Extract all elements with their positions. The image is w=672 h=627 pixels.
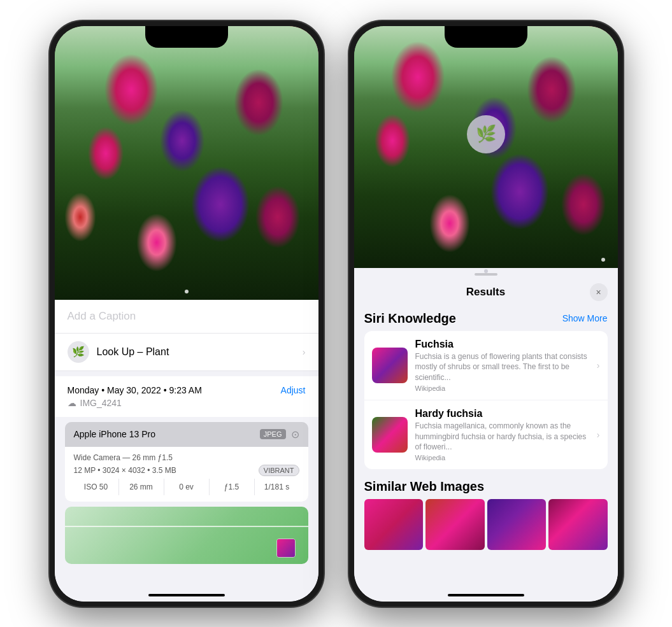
similar-images-row [364,499,608,550]
lookup-text: Look Up – Plant [97,346,169,358]
siri-dot [484,269,488,273]
phone-1: Add a Caption 🌿 Look Up – Plant › [50,21,324,607]
phone2-screen: 🌿 Results × [354,26,618,602]
hardy-text: Hardy fuchsia Fuchsia magellanica, commo… [415,408,589,461]
hardy-desc: Fuchsia magellanica, commonly known as t… [415,421,589,453]
camera-detail-1: Wide Camera — 26 mm ƒ1.5 [74,453,173,462]
panel-handle [475,273,497,276]
hardy-chevron-icon: › [597,430,600,440]
phone1-screen: Add a Caption 🌿 Look Up – Plant › [55,26,318,602]
fuchsia-thumbnail [372,348,408,383]
hardy-source: Wikipedia [415,454,589,461]
camera-detail-2: 12 MP • 3024 × 4032 • 3.5 MB [74,466,176,475]
similar-image-1[interactable] [364,499,424,550]
home-indicator-1 [148,594,225,596]
knowledge-item-fuchsia[interactable]: Fuchsia Fuchsia is a genus of flowering … [364,331,608,400]
fuchsia-source: Wikipedia [415,384,589,392]
siri-knowledge-header: Siri Knowledge Show More [364,311,608,326]
exif-shutter: 1/181 s [255,479,299,495]
camera-details: Wide Camera — 26 mm ƒ1.5 12 MP • 3024 × … [65,447,308,502]
photo2-indicator [601,258,605,262]
filename-text: IMG_4241 [80,398,122,408]
date-text: Monday • May 30, 2022 • 9:23 AM [68,385,202,395]
map-pin [276,539,296,558]
exif-aperture: ƒ1.5 [210,479,255,495]
phone1-photo[interactable] [55,26,318,300]
lookup-icon: 🌿 [68,341,89,363]
results-content: Siri Knowledge Show More Fuchsia Fuchsia [354,309,618,602]
notch-1 [145,26,228,48]
phone-2: 🌿 Results × [349,21,623,607]
phones-container: Add a Caption 🌿 Look Up – Plant › [37,8,636,619]
fuchsia-chevron-icon: › [597,360,600,370]
camera-model: Apple iPhone 13 Pro [74,429,155,439]
photo-indicator [185,290,189,293]
caption-placeholder: Add a Caption [68,310,136,322]
camera-section: Apple iPhone 13 Pro JPEG ⊙ Wide Camera —… [65,422,308,502]
adjust-button[interactable]: Adjust [281,385,306,395]
exif-row: ISO 50 26 mm 0 ev ƒ1.5 1/181 s [74,479,299,495]
similar-image-4[interactable] [548,499,608,550]
photo-info-area: Add a Caption 🌿 Look Up – Plant › [55,300,318,602]
similar-image-2[interactable] [425,499,485,550]
cloud-icon: ☁ [68,398,76,408]
lookup-row[interactable]: 🌿 Look Up – Plant › [55,334,318,371]
format-badge: JPEG [260,429,286,439]
notch-2 [445,26,527,48]
close-button[interactable]: × [590,283,608,301]
exif-iso: ISO 50 [74,479,119,495]
exif-ev: 0 ev [164,479,210,495]
fuchsia-name: Fuchsia [415,339,589,350]
hardy-name: Hardy fuchsia [415,408,589,419]
info-section: Monday • May 30, 2022 • 9:23 AM Adjust ☁… [55,376,318,417]
similar-title: Similar Web Images [364,479,608,494]
results-panel: Results × Siri Knowledge Show More [354,268,618,602]
home-indicator-2 [448,594,524,596]
vibrant-badge: VIBRANT [259,465,299,476]
siri-leaf-icon: 🌿 [476,124,496,144]
similar-image-3[interactable] [487,499,547,550]
phone2-photo[interactable]: 🌿 [354,26,618,268]
caption-input[interactable]: Add a Caption [55,300,318,334]
map-thumbnail[interactable] [65,507,308,564]
location-icon: ⊙ [291,428,299,440]
exif-focal: 26 mm [119,479,164,495]
camera-header: Apple iPhone 13 Pro JPEG ⊙ [65,422,308,447]
similar-section: Similar Web Images [364,479,608,550]
hardy-thumbnail [372,417,408,453]
knowledge-card: Fuchsia Fuchsia is a genus of flowering … [364,331,608,470]
results-header: Results × [354,281,618,309]
fuchsia-desc: Fuchsia is a genus of flowering plants t… [415,351,589,383]
fuchsia-text: Fuchsia Fuchsia is a genus of flowering … [415,339,589,392]
siri-bubble: 🌿 [467,115,505,153]
show-more-button[interactable]: Show More [562,313,608,323]
results-title: Results [382,286,590,299]
siri-knowledge-title: Siri Knowledge [364,311,456,326]
lookup-chevron-icon: › [303,347,306,357]
knowledge-item-hardy[interactable]: Hardy fuchsia Fuchsia magellanica, commo… [364,400,608,469]
